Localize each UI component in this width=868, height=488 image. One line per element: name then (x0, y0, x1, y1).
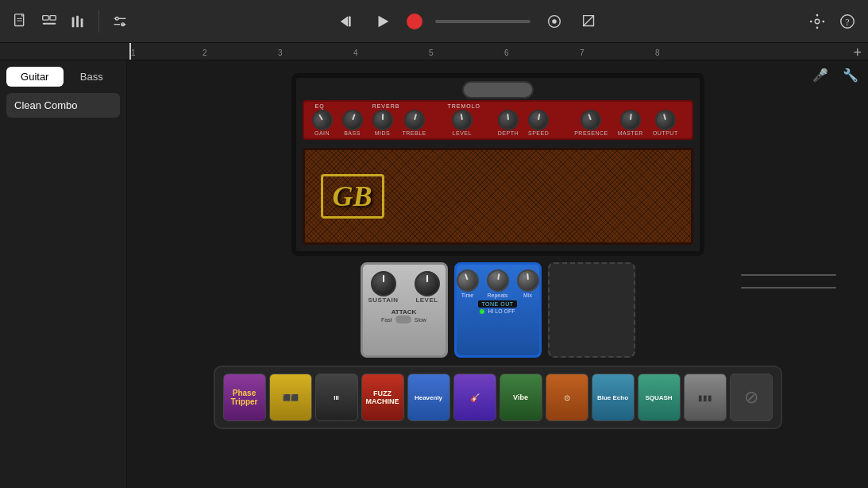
tracks-view-icon[interactable] (38, 10, 60, 33)
master-knob-group: MASTER (618, 110, 643, 136)
mixer-icon[interactable] (67, 10, 89, 33)
pedal-shelf: Phase Tripper ⬛⬛ III FUZZ MACHINE He (214, 366, 782, 429)
sustain-knob[interactable] (371, 271, 396, 296)
ruler-mark-3: 3 (278, 48, 283, 57)
bass-label: BASS (344, 130, 361, 136)
guitar-tab[interactable]: Guitar (6, 67, 64, 87)
tempo-icon[interactable] (578, 10, 600, 33)
instrument-tab-row: Guitar Bass (6, 67, 120, 87)
disabled-icon: ⊘ (744, 387, 758, 408)
shelf-pedal-darkgray[interactable]: III (315, 374, 358, 421)
svg-point-9 (116, 17, 119, 20)
level-knob[interactable] (450, 108, 474, 132)
treble-label: TREBLE (403, 130, 426, 136)
controls-icon[interactable] (109, 10, 131, 33)
svg-marker-17 (379, 15, 389, 27)
shelf-pedal-orange[interactable]: ⊙ (546, 374, 588, 421)
compressor-pedal[interactable]: SUSTAIN LEVEL ATTACK Fast Slow (361, 262, 448, 358)
delay-pedal[interactable]: Time Repeats Mix TONE OUT (454, 262, 542, 358)
wire-line-1 (741, 274, 836, 276)
fuzz-pedal-img: FUZZ MACHINE (362, 374, 403, 420)
mix-knob[interactable] (515, 269, 539, 292)
svg-rect-16 (349, 16, 351, 26)
time-knob-group: Time (457, 269, 479, 298)
attack-toggle[interactable] (395, 316, 411, 323)
bass-tab[interactable]: Bass (64, 67, 121, 87)
svg-rect-6 (72, 17, 75, 27)
treble-knob[interactable] (402, 107, 427, 133)
yellow-pedal-img: ⬛⬛ (270, 374, 311, 420)
gain-knob[interactable] (308, 106, 337, 134)
presence-knob-group: PRESENCE (574, 110, 608, 136)
mids-knob[interactable] (372, 110, 393, 130)
speed-knob[interactable] (527, 108, 550, 132)
mids-knob-group: MIDS (372, 110, 393, 136)
blue-echo-img: Blue Echo (592, 374, 634, 420)
mic-icon[interactable]: 🎤 (811, 65, 830, 84)
shelf-pedal-phase-tripper[interactable]: Phase Tripper (223, 374, 266, 421)
bass-knob[interactable] (339, 107, 365, 133)
compressor-knobs-row: SUSTAIN LEVEL (368, 271, 439, 304)
transport-progress-bar[interactable] (435, 20, 530, 23)
preset-item-clean-combo[interactable]: Clean Combo (6, 93, 120, 118)
shelf-pedal-disabled: ⊘ (730, 374, 773, 421)
hi-lo-off-label: HI LO OFF (488, 308, 515, 314)
presence-label: PRESENCE (574, 130, 608, 136)
toolbar: ? (0, 0, 868, 43)
svg-rect-5 (43, 22, 56, 24)
shelf-pedal-blue-echo[interactable]: Blue Echo (592, 374, 635, 421)
repeats-knob-group: Repeats (487, 269, 509, 298)
ruler-mark-2: 2 (203, 48, 207, 57)
instrument-area: 🎤 🔧 EQ REVERB TREMOLO (127, 60, 868, 488)
settings-icon[interactable] (806, 10, 828, 33)
phase-label: Phase Tripper (224, 387, 265, 408)
mids-label: MIDS (375, 130, 391, 136)
level-pedal-knob[interactable] (415, 271, 440, 296)
shelf-pedal-fuzz[interactable]: FUZZ MACHINE (361, 374, 404, 421)
rewind-button[interactable] (337, 10, 359, 33)
toolbar-center (139, 10, 798, 33)
help-icon[interactable]: ? (836, 10, 858, 33)
svg-rect-3 (43, 15, 48, 20)
repeats-knob[interactable] (484, 268, 510, 293)
master-knob[interactable] (619, 109, 642, 131)
svg-text:?: ? (845, 16, 849, 27)
amp-grille: GB (305, 150, 691, 242)
tremolo-label: TREMOLO (447, 103, 480, 109)
add-track-button[interactable]: + (853, 45, 862, 60)
toolbar-right: ? (806, 10, 858, 33)
ruler-mark-7: 7 (580, 48, 584, 57)
ruler: 1 2 3 4 5 6 7 8 + (0, 43, 868, 60)
presence-knob[interactable] (578, 107, 604, 133)
squash-pedal-img: SQUASH (638, 374, 680, 420)
pedals-area: SUSTAIN LEVEL ATTACK Fast Slow (127, 262, 868, 429)
play-button[interactable] (372, 10, 394, 33)
time-knob[interactable] (453, 266, 482, 295)
mix-label: Mix (523, 292, 532, 298)
shelf-pedal-squash[interactable]: SQUASH (638, 374, 681, 421)
shelf-pedal-yellow[interactable]: ⬛⬛ (269, 374, 312, 421)
shelf-pedal-vibe[interactable]: Vibe (500, 374, 542, 421)
svg-rect-4 (50, 15, 56, 20)
orange-pedal-img: ⊙ (546, 374, 588, 420)
depth-knob[interactable] (497, 109, 519, 131)
ruler-mark-5: 5 (429, 48, 434, 57)
output-knob[interactable] (653, 107, 678, 133)
shelf-pedal-violet[interactable]: 🎸 (453, 374, 496, 421)
toolbar-left (10, 10, 131, 33)
new-document-icon[interactable] (10, 10, 32, 33)
ruler-mark-8: 8 (655, 48, 660, 57)
tuner-icon[interactable]: 🔧 (841, 65, 860, 84)
ruler-mark-1: 1 (131, 48, 136, 57)
phase-tripper-img: Phase Tripper (224, 374, 265, 420)
depth-knob-group: DEPTH (498, 110, 519, 136)
metronome-icon[interactable] (543, 10, 565, 33)
svg-point-22 (815, 19, 820, 24)
time-label: Time (461, 292, 473, 298)
repeats-label: Repeats (487, 292, 507, 298)
vibe-pedal-img: Vibe (500, 374, 542, 420)
blue-echo-label: Blue Echo (596, 393, 630, 403)
record-button[interactable] (407, 14, 422, 29)
shelf-pedal-heavenly[interactable]: Heavenly (407, 374, 450, 421)
shelf-pedal-silver[interactable]: ▮▮▮ (684, 374, 727, 421)
